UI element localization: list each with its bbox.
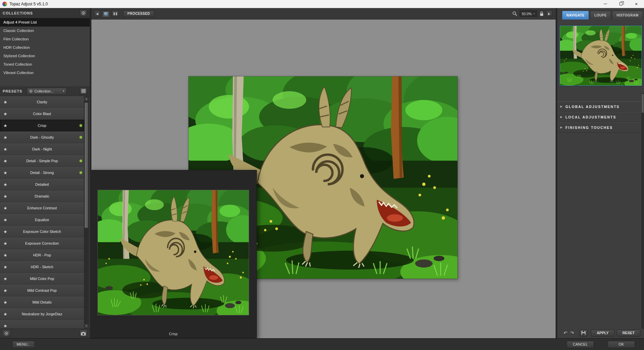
- favorite-star-icon[interactable]: ★: [3, 323, 7, 328]
- collection-item-film[interactable]: Film Collection: [0, 35, 90, 43]
- collection-item-adjust4[interactable]: Adjust 4 Preset List: [0, 18, 90, 27]
- ok-button[interactable]: OK: [608, 341, 635, 348]
- favorite-star-icon[interactable]: ★: [3, 265, 7, 270]
- navigate-thumbnail[interactable]: [560, 26, 642, 86]
- collection-item-toned[interactable]: Toned Collection: [0, 60, 90, 69]
- preset-label: HDR - Sketch: [31, 265, 53, 269]
- scroll-down-icon[interactable]: ▼: [84, 323, 88, 328]
- restore-button[interactable]: [613, 0, 629, 8]
- preset-item-detail-strong[interactable]: ★Detail - Strong: [0, 167, 84, 179]
- favorite-star-icon[interactable]: ★: [3, 229, 7, 234]
- preset-item-color-blast[interactable]: ★Color Blast: [0, 108, 84, 120]
- canvas-region: ◀ PROCESSED 50.0% ▼ ▶: [91, 8, 556, 338]
- preset-item-mild-details[interactable]: ★Mild Details: [0, 296, 84, 308]
- zoom-level-select[interactable]: 50.0% ▼: [520, 10, 537, 17]
- save-icon: [581, 330, 586, 335]
- collections-title: COLLECTIONS: [3, 11, 33, 15]
- favorite-star-icon[interactable]: ★: [3, 312, 7, 317]
- favorite-star-icon[interactable]: ★: [3, 170, 7, 175]
- favorite-star-icon[interactable]: ★: [3, 276, 7, 281]
- preset-label: Enhance Contrast: [27, 206, 57, 210]
- scroll-up-icon[interactable]: ▲: [84, 97, 88, 101]
- processed-toggle-button[interactable]: PROCESSED: [123, 10, 154, 17]
- scrollbar-thumb[interactable]: [642, 94, 644, 113]
- preset-item-hdr-pop[interactable]: ★HDR - Pop: [0, 249, 84, 261]
- preset-options-button[interactable]: [2, 330, 10, 337]
- favorite-star-icon[interactable]: ★: [3, 123, 7, 128]
- collections-settings-button[interactable]: [80, 10, 87, 16]
- favorite-star-icon[interactable]: ★: [3, 217, 7, 222]
- lock-zoom-button[interactable]: [539, 11, 544, 16]
- collection-item-classic[interactable]: Classic Collection: [0, 27, 90, 35]
- save-preset-button[interactable]: [579, 329, 588, 337]
- collection-filter-dropdown[interactable]: Collection... ▼: [27, 88, 67, 95]
- preset-item-clarity[interactable]: ★Clarity: [0, 96, 84, 108]
- preset-item-dark-ghostly[interactable]: ★Dark - Ghostly: [0, 132, 84, 143]
- minimize-button[interactable]: [598, 0, 613, 8]
- preset-label: Detail - Simple Pop: [26, 159, 58, 163]
- favorite-star-icon[interactable]: ★: [3, 147, 7, 152]
- preset-item-exposure-correction[interactable]: ★Exposure Correction: [0, 238, 84, 249]
- favorite-star-icon[interactable]: ★: [3, 300, 7, 305]
- single-view-button[interactable]: [102, 10, 110, 17]
- restore-icon: [619, 2, 622, 5]
- preset-item-equalize[interactable]: ★Equalize: [0, 214, 84, 226]
- presets-list: ★Clarity ★Color Blast ★Crisp ★Dark - Gho…: [0, 96, 84, 328]
- preset-item-enhance-contrast[interactable]: ★Enhance Contrast: [0, 202, 84, 214]
- preset-item-detailed[interactable]: ★Detailed: [0, 179, 84, 190]
- next-image-button[interactable]: ▶: [546, 10, 552, 17]
- collection-item-stylized[interactable]: Stylized Collection: [0, 52, 90, 60]
- previous-image-button[interactable]: ◀: [94, 10, 100, 17]
- preset-item-mild-contrast-pop[interactable]: ★Mild Contrast Pop: [0, 285, 84, 296]
- undo-button[interactable]: ↶: [562, 329, 569, 336]
- preset-item-crisp[interactable]: ★Crisp: [0, 120, 84, 132]
- preset-item-dramatic[interactable]: ★Dramatic: [0, 190, 84, 202]
- presets-scrollbar[interactable]: ▲ ▼: [84, 96, 89, 328]
- collection-item-hdr[interactable]: HDR Collection: [0, 43, 90, 52]
- cancel-button[interactable]: CANCEL: [567, 341, 594, 348]
- tab-navigate[interactable]: NAVIGATE: [562, 11, 589, 20]
- favorite-star-icon[interactable]: ★: [3, 206, 7, 211]
- favorite-star-icon[interactable]: ★: [3, 241, 7, 246]
- section-global-adjustments[interactable]: ▶ GLOBAL ADJUSTMENTS: [557, 101, 641, 112]
- preset-label: Mild Color Pop: [30, 277, 54, 281]
- grid-view-button[interactable]: [80, 88, 87, 95]
- favorite-star-icon[interactable]: ★: [3, 159, 7, 164]
- topaz-adjust-window: Topaz Adjust 5 v5.1.0 × COLLECTIONS Adju…: [0, 0, 644, 350]
- favorite-star-icon[interactable]: ★: [3, 111, 7, 116]
- favorite-star-icon[interactable]: ★: [3, 182, 7, 187]
- close-button[interactable]: ×: [629, 0, 644, 8]
- favorite-star-icon[interactable]: ★: [3, 288, 7, 293]
- section-local-adjustments[interactable]: ▶ LOCAL ADJUSTMENTS: [557, 112, 641, 122]
- collection-item-vibrant[interactable]: Vibrant Collection: [0, 69, 90, 77]
- image-canvas[interactable]: Crisp: [91, 20, 556, 338]
- preview-image[interactable]: [97, 190, 249, 315]
- single-image-icon: [104, 12, 108, 16]
- redo-button[interactable]: ↷: [569, 329, 575, 336]
- preset-item-exposure-color-sketch[interactable]: ★Exposure Color Sketch: [0, 226, 84, 238]
- preset-item-detail-simple-pop[interactable]: ★Detail - Simple Pop: [0, 155, 84, 167]
- gear-icon: [29, 89, 33, 93]
- section-finishing-touches[interactable]: ▶ FINISHING TOUCHES: [557, 122, 641, 133]
- presets-header: PRESETS Collection... ▼: [0, 86, 90, 96]
- split-view-button[interactable]: [112, 10, 119, 17]
- favorite-star-icon[interactable]: ★: [3, 194, 7, 199]
- magnifier-icon[interactable]: [512, 11, 517, 16]
- favorite-star-icon[interactable]: ★: [3, 100, 7, 105]
- favorite-star-icon[interactable]: ★: [3, 253, 7, 258]
- tab-loupe[interactable]: LOUPE: [590, 11, 611, 20]
- preset-item-neutralizer[interactable]: ★Neutralizer by JorgeDiaz: [0, 308, 84, 320]
- tab-histogram[interactable]: HISTOGRAM: [612, 11, 643, 20]
- adjustments-scrollbar[interactable]: [641, 93, 644, 329]
- menu-button[interactable]: MENU...: [12, 341, 35, 348]
- apply-button[interactable]: APPLY: [591, 329, 614, 337]
- reset-button[interactable]: RESET: [617, 329, 640, 337]
- preset-item-mild-color-pop[interactable]: ★Mild Color Pop: [0, 273, 84, 285]
- snapshot-button[interactable]: [79, 330, 87, 337]
- bottom-bar: MENU... CANCEL OK: [0, 338, 644, 350]
- preset-item-hdr-sketch[interactable]: ★HDR - Sketch: [0, 261, 84, 273]
- preset-item-clipped[interactable]: ★: [0, 320, 84, 328]
- preset-item-dark-night[interactable]: ★Dark - Night: [0, 143, 84, 155]
- favorite-star-icon[interactable]: ★: [3, 135, 7, 140]
- scrollbar-thumb[interactable]: [85, 103, 88, 228]
